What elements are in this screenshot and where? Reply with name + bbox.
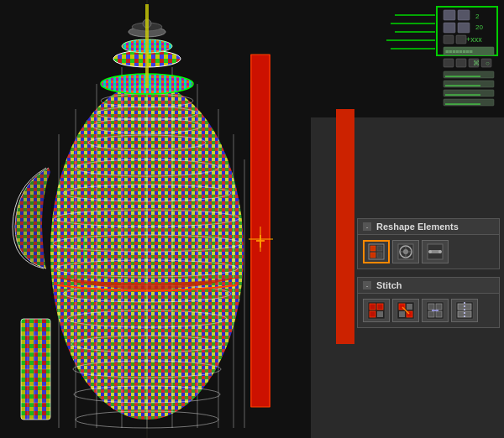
svg-rect-118 [377, 304, 383, 310]
stitch-panel: - Stitch [357, 277, 500, 328]
svg-text:○: ○ [486, 60, 490, 67]
svg-rect-119 [370, 311, 375, 317]
svg-rect-134 [436, 304, 442, 310]
viewport-3d[interactable] [0, 0, 311, 438]
svg-text:▬▬▬▬▬▬▬: ▬▬▬▬▬▬▬ [445, 73, 480, 78]
svg-rect-77 [458, 10, 470, 20]
svg-text:▬▬▬▬▬▬▬: ▬▬▬▬▬▬▬ [445, 101, 480, 106]
svg-rect-79 [458, 23, 470, 33]
reshape-panel-header: - Reshape Elements [358, 219, 499, 235]
svg-rect-105 [377, 246, 382, 251]
svg-text:▬▬▬▬▬▬▬: ▬▬▬▬▬▬▬ [445, 91, 480, 96]
svg-point-115 [438, 250, 442, 253]
mesh-background [0, 0, 311, 438]
svg-rect-76 [444, 10, 455, 20]
stitch-icon-2 [396, 301, 415, 320]
preview-svg: 2 20 +xxx +xxx ≡≡≡≡≡≡≡≡ [311, 0, 504, 117]
stitch-button-4[interactable] [451, 299, 478, 322]
stitch-panel-title: Stitch [376, 280, 402, 290]
svg-rect-103 [370, 246, 375, 251]
svg-rect-136 [436, 311, 442, 317]
svg-rect-78 [444, 23, 455, 33]
reshape-poly-icon [367, 242, 386, 261]
stitch-panel-header: - Stitch [358, 278, 499, 294]
svg-rect-104 [370, 253, 375, 258]
svg-rect-85 [456, 35, 466, 44]
stitch-panel-content [358, 294, 499, 327]
svg-rect-127 [407, 304, 412, 310]
reshape-poly-button[interactable] [363, 240, 390, 263]
svg-text:≡≡≡≡≡≡≡≡: ≡≡≡≡≡≡≡≡ [445, 49, 473, 55]
stitch-button-1[interactable] [363, 299, 390, 322]
reshape-panel-title: Reshape Elements [376, 222, 459, 232]
svg-point-114 [428, 250, 432, 253]
stitch-icon-1 [367, 301, 386, 320]
right-panel: 2 20 +xxx +xxx ≡≡≡≡≡≡≡≡ [311, 0, 504, 438]
svg-text:▬▬▬▬▬▬▬: ▬▬▬▬▬▬▬ [445, 82, 480, 87]
red-bar-right-panel [336, 109, 354, 344]
reshape-flat-icon [426, 242, 444, 261]
main-container: 2 20 +xxx +xxx ≡≡≡≡≡≡≡≡ [0, 0, 504, 438]
stitch-button-2[interactable] [392, 299, 419, 322]
preview-area: 2 20 +xxx +xxx ≡≡≡≡≡≡≡≡ [311, 0, 504, 117]
reshape-smooth-button[interactable] [392, 240, 419, 263]
svg-rect-84 [444, 35, 454, 44]
svg-text:2: 2 [475, 13, 480, 20]
svg-rect-133 [428, 304, 434, 310]
stitch-icon-3 [426, 301, 444, 320]
svg-text:20: 20 [475, 23, 483, 31]
reshape-panel-content [358, 235, 499, 269]
reshape-flat-button[interactable] [422, 240, 449, 263]
svg-rect-120 [377, 311, 383, 317]
reshape-elements-panel: - Reshape Elements [357, 218, 500, 269]
reshape-smooth-icon [396, 242, 415, 261]
stitch-collapse-button[interactable]: - [363, 281, 371, 289]
svg-rect-128 [399, 311, 405, 317]
svg-rect-117 [370, 304, 375, 310]
reshape-collapse-button[interactable]: - [363, 222, 371, 231]
svg-text:⌘: ⌘ [473, 60, 480, 67]
svg-text:+xxx: +xxx [466, 35, 482, 44]
mesh-svg [0, 0, 311, 438]
svg-rect-88 [444, 59, 454, 67]
stitch-icon-4 [455, 301, 474, 320]
svg-rect-106 [377, 253, 382, 258]
svg-rect-135 [428, 311, 434, 317]
stitch-button-3[interactable] [422, 299, 449, 322]
svg-rect-89 [456, 59, 466, 67]
